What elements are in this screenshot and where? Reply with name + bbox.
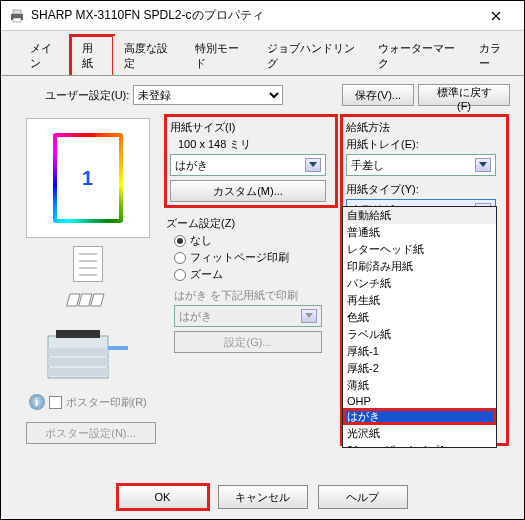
svg-rect-6 xyxy=(90,294,103,306)
paper-size-group: 用紙サイズ(I) 100 x 148 ミリ はがき カスタム(M)... xyxy=(166,116,336,206)
paper-type-option[interactable]: 自動給紙 xyxy=(343,207,496,224)
paper-type-option[interactable]: ラベル紙 xyxy=(343,326,496,343)
zoom-radio-none[interactable]: なし xyxy=(174,233,336,248)
paper-type-option[interactable]: 色紙 xyxy=(343,309,496,326)
paper-type-option[interactable]: レターヘッド紙 xyxy=(343,241,496,258)
zoom-radio-zoom[interactable]: ズーム xyxy=(174,267,336,282)
ok-button[interactable]: OK xyxy=(118,485,208,509)
help-button[interactable]: ヘルプ xyxy=(318,485,408,509)
svg-point-3 xyxy=(20,15,22,17)
tab-color[interactable]: カラー xyxy=(468,36,520,76)
reset-defaults-button[interactable]: 標準に戻す(F) xyxy=(418,84,510,106)
print-on-paper-select: はがき xyxy=(174,305,322,327)
svg-rect-5 xyxy=(78,294,91,306)
dialog-buttons: OK キャンセル ヘルプ xyxy=(1,485,524,509)
poster-label: ポスター印刷(R) xyxy=(66,395,147,410)
info-icon[interactable]: i xyxy=(29,394,45,410)
paper-type-option[interactable]: 薄紙 xyxy=(343,377,496,394)
chevron-down-icon xyxy=(301,309,317,323)
user-settings-row: ユーザー設定(U): 未登録 保存(V)... 標準に戻す(F) xyxy=(15,84,510,106)
zoom-radio-fit[interactable]: フィットページ印刷 xyxy=(174,250,336,265)
paper-type-option[interactable]: 再生紙 xyxy=(343,292,496,309)
tab-paper[interactable]: 用紙 xyxy=(71,36,113,76)
tab-content: ユーザー設定(U): 未登録 保存(V)... 標準に戻す(F) 1 xyxy=(1,75,524,493)
doc-thumb-icon xyxy=(73,246,103,282)
feed-group: 給紙方法 用紙トレイ(E): 手差し 用紙タイプ(Y): 自動給紙 自動給紙普通… xyxy=(342,116,507,444)
paper-type-option[interactable]: パンチ紙 xyxy=(343,275,496,292)
cancel-button[interactable]: キャンセル xyxy=(218,485,308,509)
chevron-down-icon xyxy=(305,158,321,172)
svg-rect-1 xyxy=(13,10,21,14)
window-title: SHARP MX-3110FN SPDL2-cのプロパティ xyxy=(31,7,476,24)
zoom-settings-button: 設定(G)... xyxy=(174,331,322,353)
svg-rect-4 xyxy=(66,294,79,306)
chevron-down-icon xyxy=(475,158,491,172)
svg-rect-12 xyxy=(108,346,128,350)
user-settings-select[interactable]: 未登録 xyxy=(133,85,283,105)
titlebar: SHARP MX-3110FN SPDL2-cのプロパティ xyxy=(1,1,524,31)
tab-advanced[interactable]: 高度な設定 xyxy=(113,36,185,76)
tab-special[interactable]: 特別モード xyxy=(184,36,256,76)
zoom-group: ズーム設定(Z) なし フィットページ印刷 ズーム はがき を下記用紙で印刷 は… xyxy=(166,216,336,353)
paper-type-label: 用紙タイプ(Y): xyxy=(346,182,503,197)
paper-tray-select[interactable]: 手差し xyxy=(346,154,496,176)
tray-icons xyxy=(63,290,113,312)
svg-rect-10 xyxy=(48,368,108,376)
paper-type-option[interactable]: はがき xyxy=(343,408,496,425)
paper-type-option[interactable]: 普通紙 xyxy=(343,224,496,241)
paper-type-option[interactable]: 印刷済み用紙 xyxy=(343,258,496,275)
tab-main[interactable]: メイン xyxy=(19,36,71,76)
paper-preview: 1 xyxy=(26,118,150,238)
printer-properties-window: SHARP MX-3110FN SPDL2-cのプロパティ メイン 用紙 高度な… xyxy=(0,0,525,520)
poster-settings-button: ポスター設定(N)... xyxy=(26,422,156,444)
poster-row: i ポスター印刷(R) xyxy=(23,394,153,410)
svg-rect-9 xyxy=(48,358,108,366)
printer-icon xyxy=(9,8,25,24)
preview-page-number: 1 xyxy=(57,137,119,219)
paper-type-option[interactable]: 光沢紙 xyxy=(343,425,496,442)
tab-bar: メイン 用紙 高度な設定 特別モード ジョブハンドリング ウォーターマーク カラ… xyxy=(1,31,524,75)
paper-type-option[interactable]: 厚紙-2 xyxy=(343,360,496,377)
custom-size-button[interactable]: カスタム(M)... xyxy=(170,180,326,202)
user-settings-label: ユーザー設定(U): xyxy=(45,88,129,103)
middle-column: 用紙サイズ(I) 100 x 148 ミリ はがき カスタム(M)... ズーム… xyxy=(166,116,336,444)
paper-type-dropdown-list[interactable]: 自動給紙普通紙レターヘッド紙印刷済み用紙パンチ紙再生紙色紙ラベル紙厚紙-1厚紙-… xyxy=(342,206,497,448)
svg-rect-11 xyxy=(56,330,100,338)
tray-label: 用紙トレイ(E): xyxy=(346,137,503,152)
save-button[interactable]: 保存(V)... xyxy=(342,84,414,106)
paper-size-select[interactable]: はがき xyxy=(170,154,326,176)
hagaki-sublabel: はがき を下記用紙で印刷 xyxy=(174,288,336,303)
svg-rect-8 xyxy=(48,348,108,356)
tab-watermark[interactable]: ウォーターマーク xyxy=(367,36,468,76)
paper-dimensions: 100 x 148 ミリ xyxy=(178,137,332,152)
left-column: 1 xyxy=(15,116,160,444)
printer-illustration-icon xyxy=(38,326,138,386)
svg-rect-2 xyxy=(13,18,21,22)
paper-size-label: 用紙サイズ(I) xyxy=(170,120,332,135)
paper-type-option[interactable]: 厚紙-1 xyxy=(343,343,496,360)
paper-type-option[interactable]: 01 ユーザータイプ1 xyxy=(343,442,496,448)
poster-checkbox[interactable] xyxy=(49,396,62,409)
close-button[interactable] xyxy=(476,2,516,30)
tab-job[interactable]: ジョブハンドリング xyxy=(256,36,367,76)
paper-type-option[interactable]: OHP xyxy=(343,394,496,408)
feed-group-label: 給紙方法 xyxy=(346,120,503,135)
zoom-label: ズーム設定(Z) xyxy=(166,216,336,231)
